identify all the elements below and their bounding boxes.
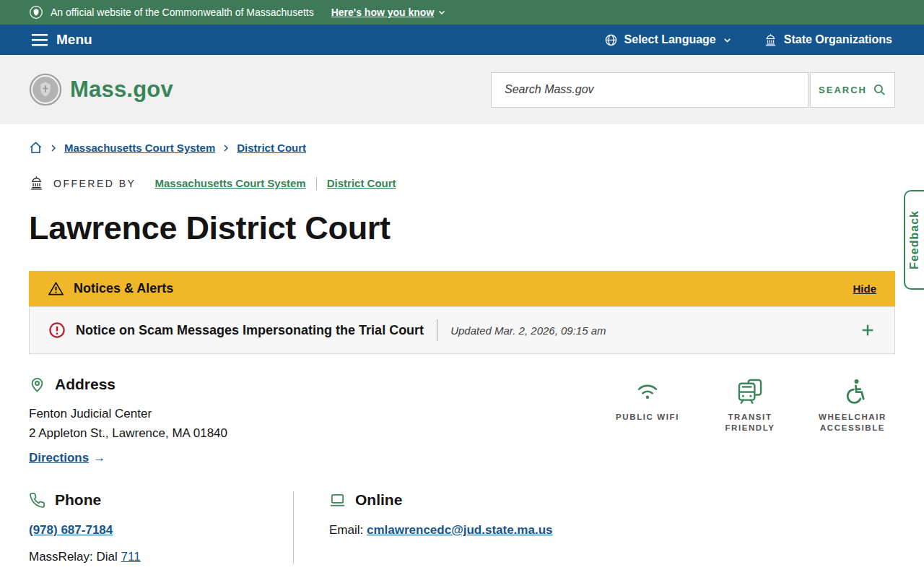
wifi-icon: [632, 377, 663, 405]
search-area: SEARCH: [491, 72, 895, 108]
alerts-header: Notices & Alerts Hide: [29, 271, 895, 306]
amenity-label: WHEELCHAIR ACCESSIBLE: [810, 412, 895, 434]
divider: [316, 177, 317, 190]
directions-link[interactable]: Directions →: [29, 451, 105, 465]
divider: [437, 319, 437, 341]
amenity-label: TRANSIT FRIENDLY: [707, 412, 793, 434]
laptop-icon: [329, 492, 346, 509]
online-block: Online Email: cmlawrencedc@jud.state.ma.…: [293, 491, 895, 564]
phone-heading: Phone: [29, 491, 293, 509]
breadcrumb: Massachusetts Court System District Cour…: [29, 141, 895, 155]
plus-icon: [860, 322, 876, 338]
expand-notice-button[interactable]: [860, 322, 876, 338]
phone-block: Phone (978) 687-7184 MassRelay: Dial 711: [29, 491, 293, 564]
location-pin-icon: [29, 376, 45, 393]
alert-notice-row[interactable]: Notice on Scam Messages Impersonating th…: [29, 306, 895, 354]
arrow-right-icon: →: [93, 451, 105, 465]
wheelchair-icon: [837, 377, 868, 405]
address-heading: Address: [29, 376, 227, 393]
massrelay-711-link[interactable]: 711: [121, 550, 141, 564]
offered-by-row: OFFERED BY Massachusetts Court System Di…: [29, 176, 895, 191]
site-header: Mass.gov SEARCH: [0, 55, 924, 124]
chevron-down-icon: [437, 8, 446, 17]
select-language-button[interactable]: Select Language: [604, 33, 732, 47]
globe-icon: [604, 33, 618, 47]
main-navbar: Menu Select Language State Organizations: [0, 25, 924, 55]
menu-button[interactable]: Menu: [32, 32, 92, 48]
massgov-seal-icon: [29, 73, 62, 106]
state-seal-icon: [29, 5, 43, 20]
official-banner: An official website of the Commonwealth …: [0, 0, 924, 25]
hide-alerts-link[interactable]: Hide: [853, 282, 876, 295]
alerts-section: Notices & Alerts Hide Notice on Scam Mes…: [29, 271, 895, 354]
chevron-right-icon: [49, 144, 58, 152]
amenity-public-wifi: PUBLIC WIFI: [605, 377, 690, 465]
phone-number-link[interactable]: (978) 687-7184: [29, 523, 113, 538]
warning-triangle-icon: [48, 280, 64, 297]
search-button[interactable]: SEARCH: [810, 72, 895, 108]
email-line: Email: cmlawrencedc@jud.state.ma.us: [329, 523, 895, 538]
state-organizations-link[interactable]: State Organizations: [764, 33, 892, 47]
page-title: Lawrence District Court: [29, 210, 895, 247]
alert-circle-icon: [48, 322, 66, 339]
amenity-transit-friendly: TRANSIT FRIENDLY: [707, 377, 793, 465]
statehouse-icon: [29, 176, 44, 191]
chevron-right-icon: [222, 144, 230, 152]
feedback-tab[interactable]: Feedback: [904, 190, 924, 290]
address-block: Address Fenton Judicial Center 2 Appleto…: [29, 376, 227, 465]
phone-icon: [29, 492, 45, 509]
official-banner-text: An official website of the Commonwealth …: [51, 7, 314, 18]
home-icon: [29, 141, 43, 155]
offered-by-link-court-system[interactable]: Massachusetts Court System: [154, 177, 305, 189]
feedback-tab-label: Feedback: [908, 210, 921, 269]
alerts-title: Notices & Alerts: [74, 281, 173, 296]
heres-how-you-know-link[interactable]: Here's how you know: [331, 7, 447, 18]
contact-section: Phone (978) 687-7184 MassRelay: Dial 711…: [29, 491, 895, 564]
address-line-1: Fenton Judicial Center: [29, 404, 227, 423]
offered-by-link-district-court[interactable]: District Court: [327, 177, 396, 189]
amenities-row: PUBLIC WIFI TRANSIT FRIENDLY: [605, 376, 895, 465]
address-line-2: 2 Appleton St., Lawrence, MA 01840: [29, 423, 227, 443]
notice-updated-timestamp: Updated Mar. 2, 2026, 09:15 am: [450, 324, 606, 337]
massgov-logo[interactable]: Mass.gov: [29, 73, 173, 106]
massrelay-line: MassRelay: Dial 711: [29, 550, 293, 564]
hamburger-icon: [32, 34, 48, 46]
amenity-label: PUBLIC WIFI: [616, 412, 679, 423]
transit-icon: [735, 377, 765, 405]
massgov-logo-text: Mass.gov: [70, 77, 173, 103]
info-section: Address Fenton Judicial Center 2 Appleto…: [29, 376, 895, 465]
breadcrumb-link-district-court[interactable]: District Court: [237, 142, 306, 154]
offered-by-label: OFFERED BY: [53, 178, 136, 189]
statehouse-icon: [764, 33, 777, 47]
chevron-down-icon: [723, 35, 732, 45]
amenity-wheelchair-accessible: WHEELCHAIR ACCESSIBLE: [810, 377, 895, 465]
online-heading: Online: [329, 491, 895, 509]
search-input[interactable]: [491, 72, 808, 108]
email-link[interactable]: cmlawrencedc@jud.state.ma.us: [367, 523, 553, 537]
breadcrumb-home-link[interactable]: [29, 141, 43, 155]
breadcrumb-link-court-system[interactable]: Massachusetts Court System: [64, 142, 215, 154]
search-icon: [873, 83, 886, 97]
notice-title: Notice on Scam Messages Impersonating th…: [76, 323, 424, 338]
